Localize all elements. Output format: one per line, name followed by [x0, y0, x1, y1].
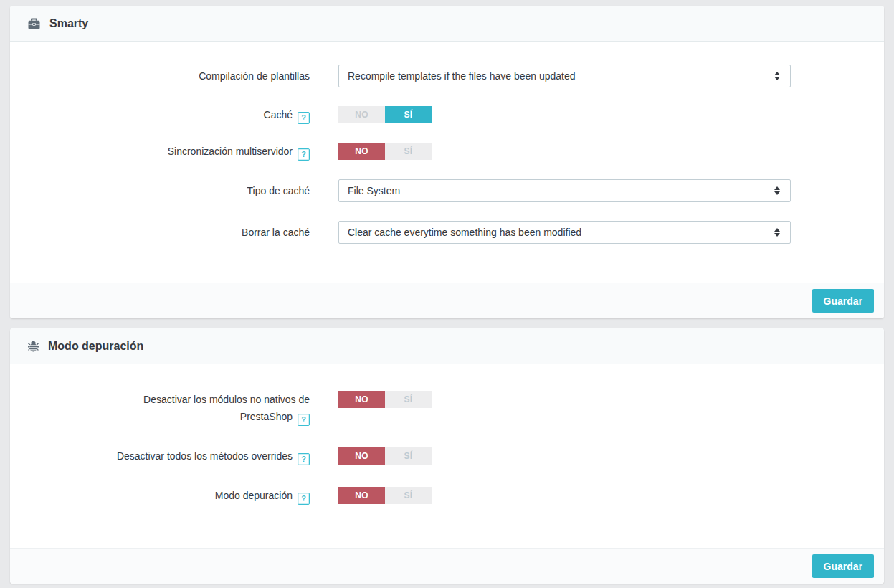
panel-title: Modo depuración: [48, 338, 143, 354]
field-label: Desactivar todos los métodos overrides?: [22, 447, 310, 465]
multiserver-sync-switch[interactable]: NO SÍ: [338, 143, 432, 160]
disable-non-native-modules-switch[interactable]: NO SÍ: [338, 391, 432, 408]
help-icon[interactable]: ?: [298, 414, 310, 426]
field-label: Sincronización multiservidor?: [22, 143, 310, 161]
help-icon[interactable]: ?: [298, 453, 310, 465]
switch-option-no[interactable]: NO: [338, 487, 385, 504]
form-row-multiserver-sync: Sincronización multiservidor? NO SÍ: [22, 143, 872, 161]
disable-overrides-switch[interactable]: NO SÍ: [338, 447, 432, 465]
help-icon[interactable]: ?: [298, 148, 310, 161]
select-value: Clear cache everytime something has been…: [348, 227, 581, 238]
select-arrows-icon: [774, 72, 781, 80]
panel-debug-footer: Guardar: [10, 548, 884, 584]
help-icon[interactable]: ?: [298, 493, 310, 505]
panel-debug-body: Desactivar los módulos no nativos de Pre…: [10, 364, 884, 548]
form-row-clear-cache: Borrar la caché Clear cache everytime so…: [22, 221, 872, 244]
switch-option-yes[interactable]: SÍ: [385, 447, 432, 465]
switch-option-yes[interactable]: SÍ: [385, 487, 432, 504]
field-label: Modo depuración?: [22, 487, 310, 505]
field-label: Tipo de caché: [22, 179, 310, 202]
clear-cache-select[interactable]: Clear cache everytime something has been…: [338, 221, 791, 244]
switch-option-no[interactable]: NO: [338, 143, 385, 160]
switch-option-no[interactable]: NO: [338, 106, 385, 123]
panel-smarty-body: Compilación de plantillas Recompile temp…: [10, 42, 884, 283]
help-icon[interactable]: ?: [298, 112, 310, 124]
switch-option-yes[interactable]: SÍ: [385, 391, 432, 408]
form-row-disable-non-native-modules: Desactivar los módulos no nativos de Pre…: [22, 391, 872, 426]
panel-debug-header: Modo depuración: [10, 328, 884, 364]
bug-icon: [28, 341, 39, 352]
switch-option-no[interactable]: NO: [338, 447, 385, 465]
form-row-template-compilation: Compilación de plantillas Recompile temp…: [22, 65, 872, 87]
settings-page: Smarty Compilación de plantillas Recompi…: [0, 0, 894, 588]
select-value: Recompile templates if the files have be…: [348, 70, 576, 82]
panel-title: Smarty: [49, 16, 88, 31]
save-button[interactable]: Guardar: [812, 289, 874, 313]
template-compilation-select[interactable]: Recompile templates if the files have be…: [338, 65, 791, 87]
form-row-cache-type: Tipo de caché File System: [22, 179, 872, 202]
switch-option-yes[interactable]: SÍ: [385, 106, 432, 123]
panel-debug-mode: Modo depuración Desactivar los módulos n…: [10, 328, 884, 584]
switch-option-yes[interactable]: SÍ: [385, 143, 432, 160]
switch-option-no[interactable]: NO: [338, 391, 385, 408]
select-arrows-icon: [774, 186, 781, 195]
panel-smarty-footer: Guardar: [10, 283, 884, 318]
panel-smarty: Smarty Compilación de plantillas Recompi…: [10, 6, 884, 318]
cache-switch[interactable]: NO SÍ: [338, 106, 432, 123]
form-row-disable-overrides: Desactivar todos los métodos overrides? …: [22, 447, 872, 465]
panel-smarty-header: Smarty: [10, 6, 884, 42]
form-row-cache: Caché? NO SÍ: [22, 106, 872, 124]
briefcase-icon: [28, 18, 40, 29]
field-label: Compilación de plantillas: [22, 65, 310, 87]
form-row-debug-mode: Modo depuración? NO SÍ: [22, 487, 872, 505]
save-button[interactable]: Guardar: [812, 554, 874, 578]
select-arrows-icon: [774, 228, 781, 237]
field-label: Borrar la caché: [22, 221, 310, 244]
field-label: Caché?: [22, 106, 310, 124]
cache-type-select[interactable]: File System: [338, 179, 791, 202]
select-value: File System: [348, 185, 400, 196]
debug-mode-switch[interactable]: NO SÍ: [338, 487, 432, 504]
field-label: Desactivar los módulos no nativos de Pre…: [22, 391, 310, 426]
